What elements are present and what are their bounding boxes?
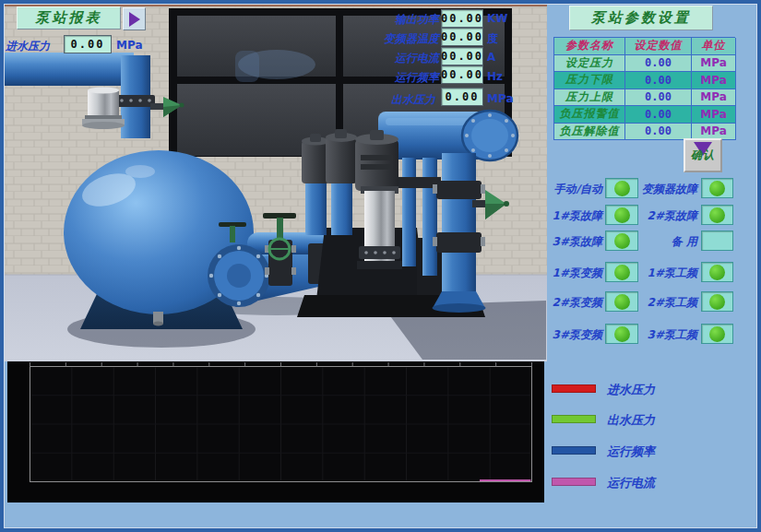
report-play-button[interactable] [123,7,146,30]
legend-label-inlet-pressure: 进水压力 [607,382,655,398]
status-label-pump1-vfd: 1#泵变频 [547,266,602,281]
run-current-label: 运行电流 [369,51,439,66]
param-value[interactable]: 0.00 [625,55,692,73]
status-lamp-inverter-fault [701,178,733,198]
status-label-inverter-fault: 变频器故障 [633,182,697,197]
lamp-icon [614,233,630,249]
run-frequency-value: 00.00 [441,65,483,84]
lamp-icon [709,294,725,310]
lamp-icon [614,265,630,280]
col-param-name: 参数名称 [554,38,625,55]
param-name: 负压报警值 [554,106,625,124]
col-unit: 单位 [692,38,736,55]
status-label-manual-auto: 手动/自动 [547,182,602,197]
param-unit: MPa [692,106,736,124]
confirm-button[interactable]: 确认 [684,138,722,172]
legend-bar-outlet-pressure [552,415,596,423]
param-name: 设定压力 [554,55,625,73]
outlet-pressure-unit: MPa [487,92,514,105]
status-label-pump3-vfd: 3#泵变频 [547,327,602,343]
pump-station-hmi-screen: 泵站报表 进水压力 0.00 MPa 输出功率 变频器温度 运行电流 运行频率 … [0,0,761,532]
status-lamp-pump2-fault [701,205,733,225]
param-value[interactable]: 0.00 [625,72,692,89]
status-label-pump2-fault: 2#泵故障 [633,208,697,224]
settings-table: 参数名称 设定数值 单位 设定压力 0.00 MPa 压力下限 0.00 MPa… [553,37,735,140]
lamp-icon [614,326,630,342]
param-unit: MPa [692,72,736,89]
param-unit: MPa [692,89,736,107]
param-name: 压力上限 [554,89,625,107]
inverter-temp-value: 00.00 [441,28,483,46]
play-icon [129,12,140,27]
status-label-pump3-fault: 3#泵故障 [547,234,602,250]
inverter-temp-unit: 度 [487,31,498,47]
col-set-value: 设定数值 [625,38,692,55]
legend-bar-inlet-pressure [552,384,596,393]
lamp-icon [614,207,630,223]
run-current-value: 00.00 [441,47,483,65]
status-lamp-pump3-mains [701,324,733,344]
status-label-pump3-mains: 3#泵工频 [633,327,697,343]
outlet-manifold [378,111,517,160]
lamp-icon [709,326,725,342]
status-label-spare: 备 用 [633,234,697,250]
outlet-pressure-label: 出水压力 [391,92,435,108]
pump-motors [302,129,398,191]
legend-label-run-current: 运行电流 [607,475,655,491]
status-lamp-pump2-mains [701,291,733,312]
outlet-pressure-value: 0.00 [441,88,483,106]
param-value[interactable]: 0.00 [625,89,692,107]
inlet-pressure-value: 0.00 [64,35,112,53]
legend-bar-run-current [552,478,596,486]
param-value[interactable]: 0.00 [625,106,692,124]
legend-bar-run-frequency [552,446,596,455]
status-lamp-pump1-mains [701,262,733,282]
param-value[interactable]: 0.00 [625,124,692,141]
report-button[interactable]: 泵站报表 [17,6,121,30]
param-name: 负压解除值 [554,124,625,141]
inlet-pressure-label: 进水压力 [6,39,50,54]
inverter-temp-label: 变频器温度 [369,31,439,47]
status-lamp-spare [701,231,733,251]
status-label-pump1-mains: 1#泵工频 [633,266,697,281]
run-current-unit: A [487,51,495,64]
tank-vent-cylinder [82,88,125,130]
lamp-icon [709,265,725,280]
param-unit: MPa [692,55,736,73]
inlet-pressure-unit: MPa [116,39,143,52]
param-name: 压力下限 [554,72,625,89]
run-frequency-unit: Hz [487,70,503,83]
output-power-unit: KW [487,12,508,25]
lamp-icon [614,181,630,196]
run-frequency-label: 运行频率 [369,70,439,86]
output-power-value: 00.00 [441,9,483,28]
status-label-pump2-mains: 2#泵工频 [633,295,697,311]
lamp-icon [614,294,630,310]
lamp-icon [709,181,725,196]
legend-label-outlet-pressure: 出水压力 [607,412,655,429]
legend-label-run-frequency: 运行频率 [607,443,655,460]
confirm-label: 确认 [691,148,715,163]
trend-chart [7,361,544,502]
status-label-pump1-fault: 1#泵故障 [547,208,602,224]
settings-panel-title: 泵站参数设置 [569,6,713,30]
output-power-label: 输出功率 [369,12,439,28]
lamp-icon [709,207,725,223]
status-label-pump2-vfd: 2#泵变频 [547,295,602,311]
